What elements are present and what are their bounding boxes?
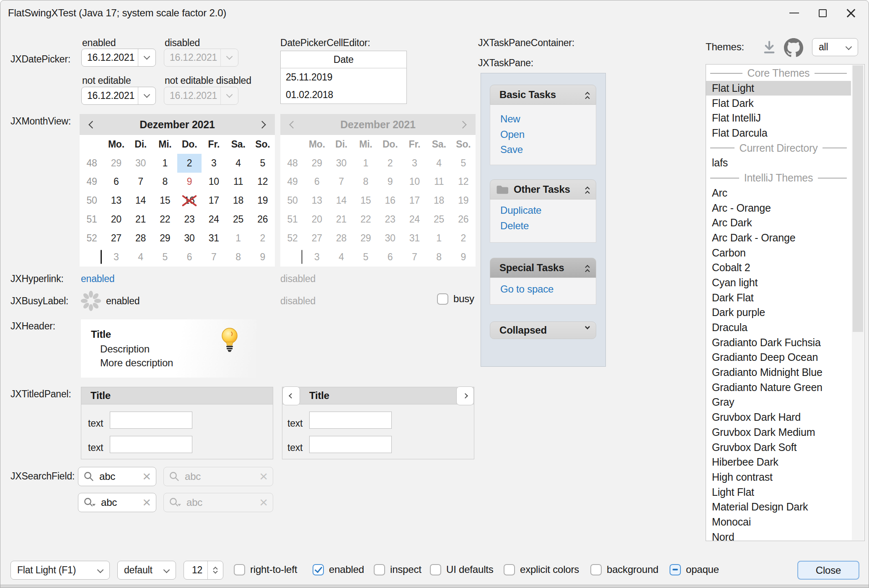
calendar-day[interactable]: 4 <box>226 154 251 173</box>
calendar-day[interactable]: 1 <box>226 229 251 248</box>
task-link-duplicate[interactable]: Duplicate <box>490 203 596 218</box>
close-button[interactable]: Close <box>797 561 859 580</box>
theme-list-item[interactable]: Gruvbox Dark Hard <box>706 410 851 425</box>
theme-list-item[interactable]: Flat IntelliJ <box>706 111 851 126</box>
text-input[interactable] <box>309 436 392 453</box>
task-link-new[interactable]: New <box>490 111 596 127</box>
calendar-day[interactable]: 27 <box>104 229 128 248</box>
task-link-open[interactable]: Open <box>490 127 596 142</box>
theme-list-item[interactable]: Flat Light <box>706 81 851 96</box>
themes-filter-combo[interactable]: all <box>812 38 858 56</box>
github-icon[interactable] <box>784 38 803 57</box>
panel-next-button[interactable] <box>456 386 474 405</box>
scrollbar-track[interactable] <box>852 65 864 540</box>
inspect-checkbox[interactable] <box>374 564 385 575</box>
calendar-day[interactable]: 15 <box>153 191 177 210</box>
calendar-day[interactable]: 5 <box>251 154 275 173</box>
theme-list-item[interactable]: Gradianto Midnight Blue <box>706 365 851 380</box>
calendar-day[interactable]: 4 <box>129 248 153 267</box>
calendar-day[interactable]: 9 <box>251 248 275 267</box>
theme-list-item[interactable]: Arc - Orange <box>706 200 851 215</box>
theme-list-item[interactable]: Gruvbox Dark Soft <box>706 440 851 455</box>
theme-list-item[interactable]: Arc Dark - Orange <box>706 231 851 246</box>
calendar-day[interactable]: 14 <box>129 191 153 210</box>
calendar-day[interactable]: 20 <box>104 210 128 229</box>
theme-list-item[interactable]: Gradianto Dark Fuchsia <box>706 335 851 350</box>
theme-list-item[interactable]: Cyan light <box>706 275 851 290</box>
calendar-day[interactable]: 29 <box>104 154 128 173</box>
calendar-day[interactable]: 17 <box>202 191 226 210</box>
datepicker-not-editable[interactable]: 16.12.2021 <box>81 87 156 105</box>
calendar-day[interactable]: 11 <box>226 173 251 192</box>
calendar-day[interactable]: 2 <box>177 154 202 173</box>
calendar-day[interactable]: 22 <box>153 210 177 229</box>
calendar-day[interactable]: 8 <box>226 248 251 267</box>
task-link-delete[interactable]: Delete <box>490 218 596 234</box>
opaque-checkbox[interactable] <box>670 564 681 575</box>
table-row[interactable]: 01.02.2018 <box>281 86 406 104</box>
datepicker-enabled[interactable]: 16.12.2021 <box>81 49 156 67</box>
theme-list-item[interactable]: Light Flat <box>706 484 851 500</box>
calendar-day[interactable]: 1 <box>153 154 177 173</box>
calendar-day[interactable]: 3 <box>202 154 226 173</box>
calendar-day[interactable]: 6 <box>104 173 128 192</box>
theme-list-item[interactable]: Monocai <box>706 515 851 530</box>
calendar-day[interactable]: 30 <box>177 229 202 248</box>
theme-list-item[interactable]: Carbon <box>706 245 851 260</box>
laf-combo[interactable]: Flat Light (F1) <box>10 561 110 580</box>
theme-list-item[interactable]: Nord <box>706 529 851 541</box>
download-icon[interactable] <box>761 40 777 56</box>
task-link-save[interactable]: Save <box>490 142 596 158</box>
theme-list-item[interactable]: Material Design Dark <box>706 500 851 515</box>
ui-defaults-checkbox[interactable] <box>430 564 441 575</box>
calendar-day[interactable]: 8 <box>153 173 177 192</box>
calendar-day[interactable]: 12 <box>251 173 275 192</box>
maximize-button[interactable] <box>808 0 837 26</box>
theme-list-item[interactable]: Gruvbox Dark Medium <box>706 425 851 440</box>
theme-list-item[interactable]: Gradianto Nature Green <box>706 380 851 395</box>
calendar-day[interactable]: 21 <box>129 210 153 229</box>
right-to-left-checkbox[interactable] <box>234 564 245 575</box>
theme-list-item[interactable]: Dracula <box>706 320 851 335</box>
text-input[interactable] <box>309 412 392 429</box>
explicit-colors-checkbox[interactable] <box>504 564 515 575</box>
hyperlink-enabled[interactable]: enabled <box>81 273 114 285</box>
clear-icon[interactable]: × <box>142 497 151 508</box>
calendar-day[interactable]: 9 <box>177 173 202 192</box>
close-window-button[interactable] <box>837 0 865 26</box>
taskpane-collapsed-header[interactable]: Collapsed <box>490 321 596 339</box>
theme-list-item[interactable]: Cobalt 2 <box>706 260 851 275</box>
minimize-button[interactable] <box>780 0 808 26</box>
theme-list-item[interactable]: Gradianto Deep Ocean <box>706 350 851 365</box>
spinner-arrows[interactable] <box>207 561 223 579</box>
theme-list-item[interactable]: Dark purple <box>706 305 851 320</box>
enabled-checkbox[interactable] <box>313 564 324 575</box>
calendar-day[interactable]: 18 <box>226 191 251 210</box>
theme-list-item[interactable]: lafs <box>706 155 851 171</box>
calendar-day[interactable]: 19 <box>251 191 275 210</box>
calendar-day[interactable]: 3 <box>104 248 128 267</box>
taskpane-basic-header[interactable]: Basic Tasks <box>490 85 596 105</box>
theme-list-item[interactable]: Arc Dark <box>706 215 851 231</box>
calendar-day[interactable]: 10 <box>202 173 226 192</box>
calendar-day[interactable]: 13 <box>104 191 128 210</box>
table-row[interactable]: 25.11.2019 <box>281 68 406 86</box>
theme-list-item[interactable]: Flat Dark <box>706 96 851 111</box>
calendar-day[interactable]: 6 <box>177 248 202 267</box>
calendar-day[interactable]: 16 <box>177 191 202 210</box>
next-month-button[interactable] <box>258 121 266 128</box>
calendar-day[interactable]: 29 <box>153 229 177 248</box>
calendar-day[interactable]: 30 <box>129 154 153 173</box>
text-input[interactable] <box>110 412 192 429</box>
calendar-day[interactable]: 7 <box>202 248 226 267</box>
background-checkbox[interactable] <box>590 564 602 575</box>
calendar-day[interactable]: 2 <box>251 229 275 248</box>
taskpane-other-header[interactable]: Other Tasks <box>490 179 596 199</box>
calendar-day[interactable]: 7 <box>129 173 153 192</box>
calendar-day[interactable]: 24 <box>202 210 226 229</box>
theme-list-item[interactable]: Dark Flat <box>706 290 851 305</box>
theme-list-item[interactable]: High contrast <box>706 470 851 485</box>
style-combo[interactable]: default <box>117 561 176 580</box>
text-input[interactable] <box>110 436 192 453</box>
clear-icon[interactable]: × <box>142 471 151 482</box>
